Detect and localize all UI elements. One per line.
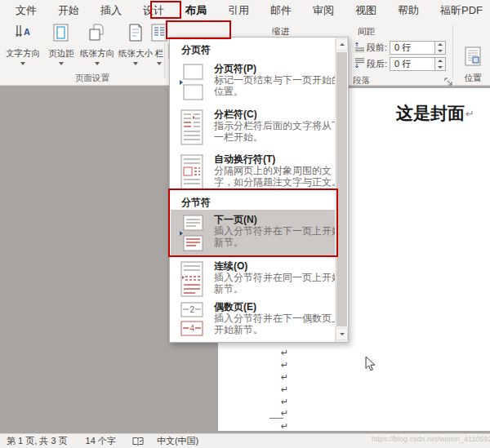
text-direction-button[interactable]: A 文字方向: [4, 23, 42, 73]
spacing-before-stepper[interactable]: [435, 41, 446, 55]
word-count[interactable]: 14 个字: [86, 435, 116, 447]
paragraph-mark: ↵: [281, 348, 288, 358]
menu-item-column-break[interactable]: 分栏符(C) 指示分栏符后面的文字将从下一栏开始。: [170, 108, 336, 147]
spacing-after-stepper[interactable]: [435, 57, 446, 71]
chevron-down-icon: [95, 62, 100, 65]
tab-foxit-pdf[interactable]: 福昕PDF: [434, 1, 489, 20]
button-label: 页边距: [48, 48, 74, 60]
text-cursor-line: [270, 418, 283, 419]
tab-mailings[interactable]: 邮件: [264, 1, 298, 20]
tab-view[interactable]: 视图: [349, 1, 383, 20]
columns-icon: [149, 23, 169, 46]
even-page-icon: 2 4: [178, 302, 204, 343]
tab-review[interactable]: 审阅: [306, 1, 341, 20]
tab-design[interactable]: 设计: [136, 1, 171, 20]
svg-text:A: A: [24, 27, 30, 37]
spacing-after-icon: [354, 57, 365, 72]
tab-layout[interactable]: 布局: [179, 1, 213, 20]
watermark-text: https://blog.csdn.net/weixin_41105922: [372, 435, 490, 443]
continuous-icon: [178, 261, 204, 302]
menu-item-desc: 插入分节符并在下一页上开始新节。: [214, 226, 345, 248]
margins-icon: [51, 23, 71, 46]
paragraph-group-label: 段落: [353, 75, 370, 86]
section-breaks-header: 分节符: [181, 196, 211, 210]
page-setup-group-label: 页面设置: [75, 73, 109, 84]
paragraph-mark: ↵: [281, 421, 288, 432]
paragraph-mark: ↵: [281, 397, 288, 407]
tab-file[interactable]: 文件: [9, 1, 43, 20]
spacing-before-label: 段前:: [367, 42, 387, 54]
tab-references[interactable]: 引用: [221, 1, 256, 20]
menu-item-desc: 插入分节符并在同一页上开始新节。: [214, 273, 345, 295]
button-label: 纸张方向: [80, 48, 114, 60]
chevron-down-icon: [133, 62, 138, 65]
button-label: 栏: [155, 48, 164, 60]
spacing-label: 间距: [358, 26, 375, 38]
paragraph-mark: ↵: [281, 384, 288, 395]
scroll-up-icon[interactable]: [336, 38, 348, 51]
svg-text:4: 4: [190, 324, 195, 333]
proofing-icon[interactable]: [132, 437, 144, 446]
tab-help[interactable]: 帮助: [391, 1, 425, 20]
cover-text: 这是封面: [396, 103, 465, 123]
indent-label: 缩进: [272, 26, 289, 38]
chevron-down-icon: [157, 62, 162, 65]
spacing-before-input[interactable]: 0 行: [390, 41, 435, 55]
menu-item-desc: 插入分节符并在下一偶数页上开始新节。: [214, 313, 345, 335]
menu-item-text-wrapping[interactable]: 自动换行符(T) 分隔网页上的对象周围的文字，如分隔题注文字与正文。: [170, 153, 336, 192]
spacing-after-control: 段后: 0 行: [354, 57, 446, 71]
menu-item-next-page[interactable]: 下一页(N) 插入分节符并在下一页上开始新节。: [170, 213, 336, 255]
ribbon-tab-bar: 文件 开始 插入 设计 布局 引用 邮件 审阅 视图 帮助 福昕PDF: [0, 0, 490, 21]
spacing-after-label: 段后:: [367, 58, 387, 70]
cover-text-line: 这是封面↵: [396, 102, 474, 125]
mouse-cursor: [365, 356, 376, 375]
next-page-icon: [178, 215, 204, 255]
button-label: 文字方向: [6, 48, 40, 60]
menu-item-continuous[interactable]: 连续(O) 插入分节符并在同一页上开始新节。: [170, 259, 336, 302]
page-break-icon: [178, 64, 204, 104]
spacing-before-control: 段前: 0 行: [354, 41, 446, 55]
margins-button[interactable]: 页边距: [42, 23, 80, 73]
paper-size-icon: [126, 23, 145, 46]
language-indicator[interactable]: 中文(中国): [157, 435, 198, 447]
text-wrapping-icon: [178, 154, 204, 195]
text-direction-icon: A: [13, 23, 33, 46]
page-info[interactable]: 第 1 页, 共 3 页: [7, 435, 68, 447]
position-button-label: 位置: [465, 73, 482, 84]
menu-item-desc: 标记一页结束与下一页开始的位置。: [214, 75, 345, 97]
paragraph-mark: ↵: [281, 372, 288, 383]
chevron-down-icon: [59, 62, 64, 65]
column-break-icon: [178, 109, 204, 150]
menu-scrollbar[interactable]: [335, 38, 347, 342]
page-breaks-header: 分页符: [181, 43, 211, 57]
menu-item-desc: 分隔网页上的对象周围的文字，如分隔题注文字与正文。: [214, 166, 345, 188]
chevron-down-icon: [20, 62, 25, 65]
menu-item-even-page[interactable]: 2 4 偶数页(E) 插入分节符并在下一偶数页上开始新节。: [170, 300, 336, 343]
tab-insert[interactable]: 插入: [94, 1, 128, 20]
paragraph-mark: ↵: [281, 360, 288, 370]
scroll-down-icon[interactable]: [336, 328, 348, 340]
tab-home[interactable]: 开始: [51, 1, 86, 20]
spacing-before-icon: [354, 41, 365, 55]
orientation-button[interactable]: 纸张方向: [78, 23, 116, 73]
menu-item-desc: 指示分栏符后面的文字将从下一栏开始。: [214, 121, 345, 143]
menu-item-page-break[interactable]: 分页符(P) 标记一页结束与下一页开始的位置。: [170, 62, 336, 104]
word-app-window: 文件 开始 插入 设计 布局 引用 邮件 审阅 视图 帮助 福昕PDF A 文字…: [0, 0, 490, 448]
spacing-after-input[interactable]: 0 行: [390, 57, 435, 71]
orientation-icon: [87, 23, 107, 46]
paragraph-mark: ↵: [466, 108, 474, 120]
scrollbar-thumb[interactable]: [336, 52, 347, 326]
svg-text:2: 2: [190, 305, 195, 314]
position-icon: [462, 46, 483, 70]
breaks-dropdown-menu: 分页符 分页符(P) 标记一页结束与下一页开始的位置。: [169, 37, 349, 343]
